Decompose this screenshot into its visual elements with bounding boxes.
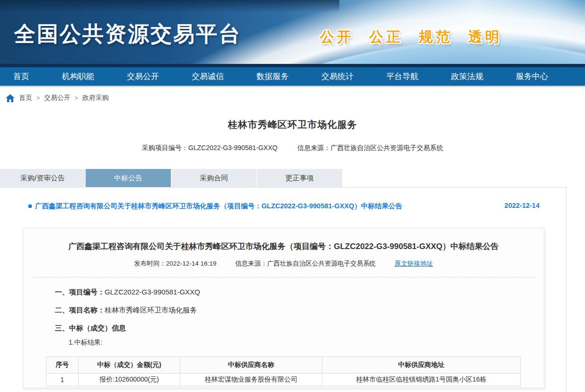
nav-item-policies[interactable]: 政策法规: [451, 71, 483, 82]
breadcrumb: 首页 > 交易公开 > 政府采购: [6, 92, 109, 104]
detail-meta: 发布时间：2022-12-14 16:19 信息来源：广西壮族自治区公共资源电子…: [23, 259, 544, 268]
breadcrumb-home[interactable]: 首页: [19, 94, 32, 102]
cell-index: 1: [46, 374, 79, 386]
nav-item-trade-disclosure[interactable]: 交易公开: [127, 71, 159, 82]
detail-title: 广西鑫渠工程咨询有限公司关于桂林市秀峰区环卫市场化服务（项目编号：GLZC202…: [23, 241, 544, 252]
cell-amount: 报价:102600000(元): [79, 374, 180, 386]
section-award-info: 三、中标（成交）信息: [55, 323, 544, 333]
bullet-icon: [28, 205, 32, 208]
announcement-list-item[interactable]: 广西鑫渠工程咨询有限公司关于桂林市秀峰区环卫市场化服务（项目编号：GLZC202…: [28, 202, 540, 211]
original-link[interactable]: 原文链接地址: [395, 260, 433, 267]
divider: [33, 277, 534, 277]
project-source: 信息来源：广西壮族自治区公共资源电子交易系统: [297, 144, 443, 152]
table-header-amount: 中标（成交）金额(元): [79, 357, 180, 374]
tab-award-notice[interactable]: 中标公告: [86, 169, 171, 187]
nav-item-org-functions[interactable]: 机构职能: [62, 71, 94, 82]
main-nav: 首页 机构职能 交易公开 交易诚信 数据服务 交易统计 平台导航 政策法规 服务…: [0, 64, 585, 86]
page: 全国公共资源交易平台 公开 公正 规范 透明 首页 机构职能 交易公开 交易诚信…: [0, 0, 585, 392]
site-banner: 全国公共资源交易平台 公开 公正 规范 透明: [0, 0, 585, 64]
nav-item-trade-statistics[interactable]: 交易统计: [321, 71, 354, 82]
project-code: 采购项目编号：GLZC2022-G3-990581-GXXQ: [142, 144, 277, 152]
breadcrumb-gov-procurement[interactable]: 政府采购: [82, 94, 109, 102]
page-title: 桂林市秀峰区环卫市场化服务: [0, 118, 585, 131]
table-header-index: 序号: [46, 357, 79, 374]
table-header-supplier-address: 中标供应商地址: [322, 357, 521, 374]
banner-slogan: 公开 公正 规范 透明: [320, 27, 502, 47]
content-panel: 广西鑫渠工程咨询有限公司关于桂林市秀峰区环卫市场化服务（项目编号：GLZC202…: [0, 187, 567, 392]
breadcrumb-trade-disclosure[interactable]: 交易公开: [44, 94, 71, 102]
tab-procurement-notice[interactable]: 采购/资审公告: [0, 169, 85, 187]
publish-time: 发布时间：2022-12-14 16:19: [134, 260, 216, 267]
cell-supplier-name: 桂林宏谋物业服务股份有限公司: [180, 374, 322, 386]
detail-source: 信息来源：广西壮族自治区公共资源电子交易系统: [235, 260, 376, 267]
banner-top-shade: [0, 0, 339, 12]
tab-bar: 采购/资审公告 中标公告 采购合同 更正事项: [0, 169, 342, 187]
table-row: 1 报价:102600000(元) 桂林宏谋物业服务股份有限公司 桂林市临桂区临…: [46, 374, 521, 386]
table-header-supplier-name: 中标供应商名称: [180, 357, 322, 374]
announcement-date: 2022-12-14: [505, 202, 540, 209]
nav-item-platform-navigation[interactable]: 平台导航: [386, 71, 418, 82]
announcement-link[interactable]: 广西鑫渠工程咨询有限公司关于桂林市秀峰区环卫市场化服务（项目编号：GLZC202…: [35, 202, 495, 211]
result-label: 1.中标结果:: [69, 338, 544, 347]
section-project-name: 二、项目名称：桂林市秀峰区环卫市场化服务: [55, 305, 544, 315]
award-result-table: 序号 中标（成交）金额(元) 中标供应商名称 中标供应商地址 1 报价:1026…: [46, 356, 521, 386]
home-icon[interactable]: [6, 94, 15, 102]
cell-supplier-address: 桂林市临桂区临桂镇锦绣路1号国奥小区16栋: [322, 374, 521, 386]
nav-item-home[interactable]: 首页: [13, 71, 29, 82]
breadcrumb-separator: >: [36, 95, 40, 101]
table-header-row: 序号 中标（成交）金额(元) 中标供应商名称 中标供应商地址: [46, 357, 521, 374]
site-title: 全国公共资源交易平台: [14, 20, 241, 48]
breadcrumb-separator: >: [75, 95, 78, 101]
nav-item-service-center[interactable]: 服务中心: [516, 71, 548, 82]
nav-item-trade-integrity[interactable]: 交易诚信: [192, 71, 224, 82]
nav-item-data-services[interactable]: 数据服务: [257, 71, 289, 82]
tab-corrections[interactable]: 更正事项: [257, 169, 342, 187]
tab-contract[interactable]: 采购合同: [171, 169, 257, 187]
project-header: 桂林市秀峰区环卫市场化服务 采购项目编号：GLZC2022-G3-990581-…: [0, 118, 585, 152]
project-meta: 采购项目编号：GLZC2022-G3-990581-GXXQ 信息来源：广西壮族…: [0, 144, 585, 152]
detail-card: 广西鑫渠工程咨询有限公司关于桂林市秀峰区环卫市场化服务（项目编号：GLZC202…: [23, 228, 544, 388]
section-project-code: 一、项目编号：GLZC2022-G3-990581-GXXQ: [55, 287, 544, 297]
